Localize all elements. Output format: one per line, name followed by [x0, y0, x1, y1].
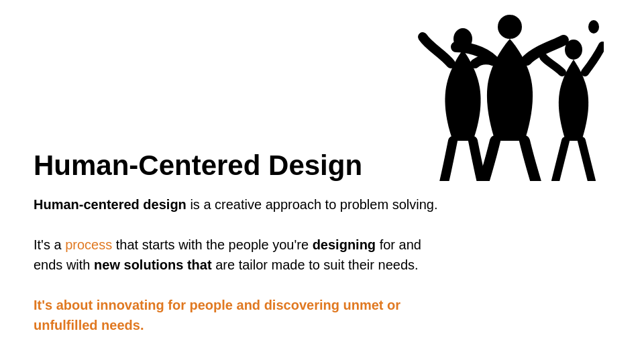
body-line2-end: are tailor made to suit their needs. — [212, 257, 419, 272]
body-designing-bold: designing — [313, 237, 376, 252]
body-solutions-bold: new solutions that — [94, 257, 212, 272]
subtitle-rest: is a creative approach to problem solvin… — [186, 197, 438, 212]
content-area: Human-Centered Design Human-centered des… — [34, 150, 449, 335]
slide-container: Human-Centered Design Human-centered des… — [0, 0, 644, 362]
body-line1-middle: that starts with the people you're — [112, 237, 312, 252]
svg-point-1 — [498, 15, 522, 39]
subtitle-bold: Human-centered design — [34, 197, 186, 212]
body-line1-start: It's a — [34, 237, 65, 252]
body-line2-start: ends with — [34, 257, 94, 272]
body-process-highlight: process — [65, 237, 112, 252]
tagline: It's about innovating for people and dis… — [34, 295, 449, 335]
main-title: Human-Centered Design — [34, 150, 449, 181]
body-line1-end: for and — [376, 237, 421, 252]
subtitle-line: Human-centered design is a creative appr… — [34, 194, 449, 215]
svg-point-3 — [588, 20, 599, 34]
svg-point-2 — [565, 40, 582, 60]
body-text: It's a process that starts with the peop… — [34, 235, 449, 275]
